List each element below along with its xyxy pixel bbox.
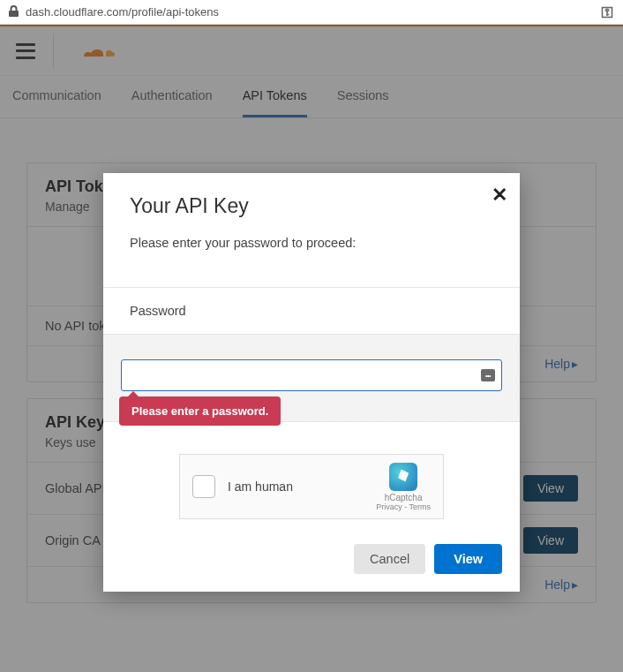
captcha-links[interactable]: Privacy - Terms <box>376 502 431 511</box>
password-input[interactable] <box>121 359 502 391</box>
captcha-label: I am human <box>228 479 376 494</box>
captcha-checkbox[interactable] <box>192 475 215 498</box>
captcha-brand: hCaptcha Privacy - Terms <box>376 463 431 511</box>
view-button[interactable]: View <box>434 544 502 574</box>
cancel-button[interactable]: Cancel <box>354 544 425 574</box>
lock-icon <box>9 5 19 19</box>
modal-title: Your API Key <box>130 194 493 218</box>
browser-url-bar: dash.cloudflare.com/profile/api-tokens ⚿ <box>0 0 623 25</box>
error-tooltip: Please enter a password. <box>119 396 281 426</box>
api-key-modal: ✕ Your API Key Please enter your passwor… <box>103 173 520 592</box>
close-icon[interactable]: ✕ <box>492 184 507 207</box>
hcaptcha-icon <box>389 463 417 491</box>
password-section: Please enter a password. <box>103 334 520 422</box>
captcha-section: I am human hCaptcha Privacy - Terms <box>103 422 520 532</box>
password-manager-icon[interactable] <box>481 369 495 381</box>
url-text: dash.cloudflare.com/profile/api-tokens <box>26 5 219 19</box>
key-icon: ⚿ <box>601 4 614 19</box>
modal-prompt: Please enter your password to proceed: <box>130 236 493 250</box>
password-label: Password <box>103 288 520 334</box>
hcaptcha-widget: I am human hCaptcha Privacy - Terms <box>179 454 444 519</box>
modal-footer: Cancel View <box>103 532 520 592</box>
modal-overlay[interactable]: ✕ Your API Key Please enter your passwor… <box>0 25 623 672</box>
